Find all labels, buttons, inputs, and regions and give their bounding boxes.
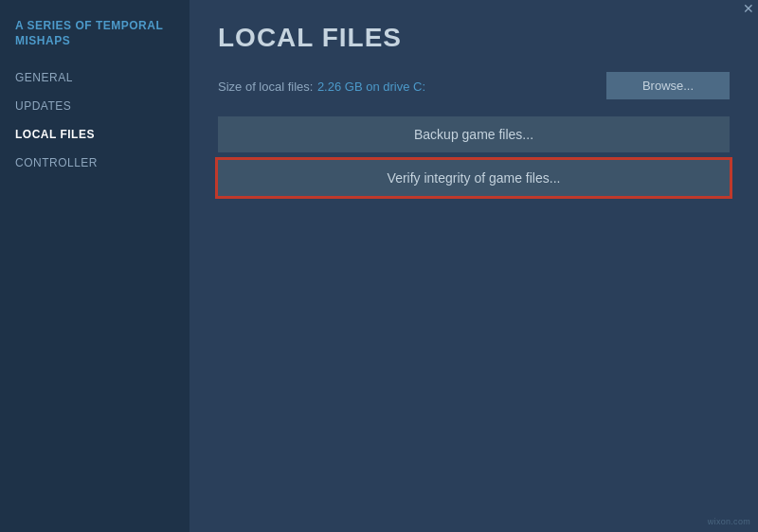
main-content: LOCAL FILES Size of local files: 2.26 GB… — [190, 0, 758, 532]
sidebar-item-updates[interactable]: UPDATES — [0, 92, 190, 120]
sidebar-item-general[interactable]: GENERAL — [0, 63, 190, 92]
file-size-value: 2.26 GB on drive C: — [317, 80, 425, 94]
watermark: wixon.com — [708, 517, 750, 526]
sidebar-item-controller[interactable]: CONTROLLER — [0, 149, 190, 177]
file-size-row: Size of local files: 2.26 GB on drive C:… — [218, 72, 730, 99]
file-size-info: Size of local files: 2.26 GB on drive C: — [218, 78, 425, 95]
backup-button[interactable]: Backup game files... — [218, 116, 730, 152]
action-buttons: Backup game files... Verify integrity of… — [218, 116, 730, 196]
sidebar: A SERIES OF TEMPORAL MISHAPS GENERAL UPD… — [0, 0, 190, 532]
main-window: ✕ A SERIES OF TEMPORAL MISHAPS GENERAL U… — [0, 0, 758, 532]
file-size-label: Size of local files: — [218, 80, 313, 94]
browse-button[interactable]: Browse... — [606, 72, 730, 99]
game-title: A SERIES OF TEMPORAL MISHAPS — [0, 11, 190, 63]
content-area: A SERIES OF TEMPORAL MISHAPS GENERAL UPD… — [0, 0, 758, 532]
close-button[interactable]: ✕ — [743, 2, 754, 15]
sidebar-item-local-files[interactable]: LOCAL FILES — [0, 120, 190, 149]
page-title: LOCAL FILES — [218, 23, 730, 53]
verify-integrity-button[interactable]: Verify integrity of game files... — [218, 160, 730, 196]
